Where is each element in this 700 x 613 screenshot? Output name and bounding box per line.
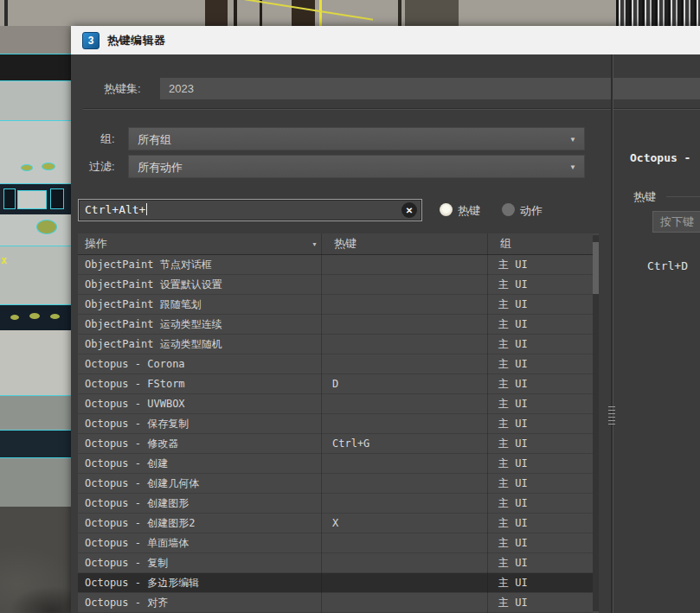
table-row[interactable]: Octopus - 复制 主 UI: [78, 553, 593, 573]
table-row[interactable]: Octopus - 创建 主 UI: [78, 454, 593, 474]
scene-floor-edge: [0, 458, 71, 507]
column-separator: [321, 233, 322, 613]
dialog-titlebar[interactable]: 3 热键编辑器: [71, 26, 700, 54]
cell-action: Octopus - Corona: [78, 358, 327, 370]
scene-radiator: [616, 0, 700, 26]
cell-action: Octopus - 对齐: [78, 596, 327, 610]
scene-highlight-line: [319, 0, 322, 26]
scene-panel: [292, 0, 315, 26]
app-icon-glyph: 3: [88, 35, 94, 47]
scene-shape: [17, 190, 47, 209]
text-caret: [146, 203, 147, 215]
cell-hotkey: D: [327, 378, 493, 390]
cell-action: Octopus - 创建图形2: [78, 516, 327, 531]
table-row[interactable]: ObjectPaint 设置默认设置 主 UI: [78, 275, 593, 295]
cell-group: 主 UI: [493, 496, 593, 511]
dialog-body: 热键集: 2023 组: 所有组 ▼ 过滤: 所有动作 ▼ Ctrl+Alt+ …: [71, 54, 700, 613]
table-header[interactable]: 操作 热键 组: [78, 233, 593, 255]
scene-cushion: [29, 313, 40, 319]
cell-group: 主 UI: [493, 397, 593, 412]
column-header-hotkey[interactable]: 热键: [327, 236, 493, 252]
hotkey-table: 操作 热键 组 ▼ ObjectPaint 节点对话框 主 UI ObjectP…: [78, 233, 599, 613]
radio-action[interactable]: [502, 203, 515, 216]
scrollbar-thumb[interactable]: [593, 242, 599, 294]
cell-group: 主 UI: [493, 357, 593, 372]
table-row[interactable]: Octopus - 修改器 Ctrl+G 主 UI: [78, 434, 593, 454]
cell-group: 主 UI: [493, 278, 593, 292]
table-row[interactable]: Octopus - 创建几何体 主 UI: [78, 474, 593, 494]
table-row[interactable]: ObjectPaint 运动类型连续 主 UI: [78, 315, 593, 335]
table-row[interactable]: Octopus - 创建图形2 X 主 UI: [78, 514, 593, 533]
column-header-group[interactable]: 组: [493, 236, 593, 252]
cell-action: Octopus - 单面墙体: [78, 536, 327, 551]
table-row[interactable]: Octopus - UVWBOX 主 UI: [78, 394, 593, 414]
cell-group: 主 UI: [493, 536, 593, 551]
cell-group: 主 UI: [493, 596, 593, 610]
press-key-field[interactable]: 按下键: [652, 211, 700, 233]
table-row[interactable]: Octopus - 保存复制 主 UI: [78, 414, 593, 434]
sort-descending-icon[interactable]: ▼: [311, 241, 318, 247]
scene-cushion: [42, 163, 55, 170]
table-row[interactable]: Octopus - Corona 主 UI: [78, 354, 593, 374]
cell-hotkey: Ctrl+G: [327, 437, 493, 450]
scene-cushion: [21, 164, 33, 171]
scene-mattress: [0, 330, 71, 396]
table-row[interactable]: ObjectPaint 跟随笔划 主 UI: [78, 295, 593, 315]
cell-group: 主 UI: [493, 337, 593, 352]
group-filter-value: 所有组: [138, 133, 171, 146]
scene-shape: [50, 188, 64, 209]
viewport-top-strip: [0, 0, 700, 26]
scene-pillow: [0, 81, 71, 121]
table-scrollbar[interactable]: [593, 235, 599, 611]
splitter-grip-icon[interactable]: [608, 406, 615, 425]
cell-action: Octopus - 多边形编辑: [78, 576, 327, 591]
action-filter-dropdown[interactable]: 所有动作 ▼: [128, 155, 585, 178]
scene-line: [260, 0, 262, 26]
table-row[interactable]: Octopus - 单面墙体 主 UI: [78, 533, 593, 553]
radio-hotkey[interactable]: [440, 203, 453, 216]
hotkey-table-body: ObjectPaint 节点对话框 主 UI ObjectPaint 设置默认设…: [78, 255, 593, 613]
hotkey-set-input[interactable]: 2023: [160, 78, 700, 99]
hotkey-set-label: 热键集:: [104, 81, 141, 97]
search-input[interactable]: Ctrl+Alt+ ✕: [78, 199, 422, 221]
cell-action: Octopus - 创建图形: [78, 496, 327, 511]
scene-line: [4, 0, 8, 26]
cell-action: ObjectPaint 运动类型随机: [78, 337, 327, 352]
chevron-down-icon: ▼: [569, 128, 576, 151]
scene-line: [398, 0, 401, 26]
scene-cushion: [36, 220, 57, 234]
table-row[interactable]: Octopus - 创建图形 主 UI: [78, 494, 593, 514]
chevron-down-icon: ▼: [569, 156, 576, 179]
scene-shape: [3, 188, 16, 209]
cell-action: ObjectPaint 跟随笔划: [78, 297, 327, 312]
table-row[interactable]: Octopus - 多边形编辑 主 UI: [78, 573, 593, 593]
assigned-hotkey-value: Ctrl+D: [647, 259, 688, 272]
hotkey-section-label: 热键: [633, 189, 656, 205]
cell-group: 主 UI: [493, 457, 593, 471]
cell-group: 主 UI: [493, 516, 593, 531]
cell-action: Octopus - 修改器: [78, 437, 327, 451]
panel-splitter[interactable]: [611, 54, 613, 613]
group-filter-dropdown[interactable]: 所有组 ▼: [128, 127, 585, 150]
scene-panel: [205, 0, 228, 26]
cell-group: 主 UI: [493, 258, 593, 272]
cell-group: 主 UI: [493, 317, 593, 332]
table-row[interactable]: ObjectPaint 运动类型随机 主 UI: [78, 335, 593, 354]
scene-cushion: [50, 314, 60, 319]
screenshot-root: x 3 热键编辑器 热键集: 2023 组:: [0, 0, 700, 613]
group-filter-label: 组:: [100, 131, 115, 147]
axis-gizmo-label: x: [1, 254, 13, 266]
radio-action-label: 动作: [520, 203, 543, 219]
cell-action: ObjectPaint 设置默认设置: [78, 278, 327, 292]
column-header-action[interactable]: 操作: [78, 236, 327, 252]
action-filter-label: 过滤:: [89, 159, 115, 175]
table-row[interactable]: Octopus - 对齐 主 UI: [78, 593, 593, 613]
clear-search-button[interactable]: ✕: [401, 202, 417, 218]
selected-action-heading: Octopus -: [630, 151, 690, 164]
scene-bedframe: [0, 431, 71, 458]
viewport-left-strip: x: [0, 26, 71, 613]
cell-action: ObjectPaint 运动类型连续: [78, 317, 327, 332]
table-row[interactable]: ObjectPaint 节点对话框 主 UI: [78, 255, 593, 275]
table-row[interactable]: Octopus - FStorm D 主 UI: [78, 374, 593, 394]
cell-group: 主 UI: [493, 417, 593, 431]
